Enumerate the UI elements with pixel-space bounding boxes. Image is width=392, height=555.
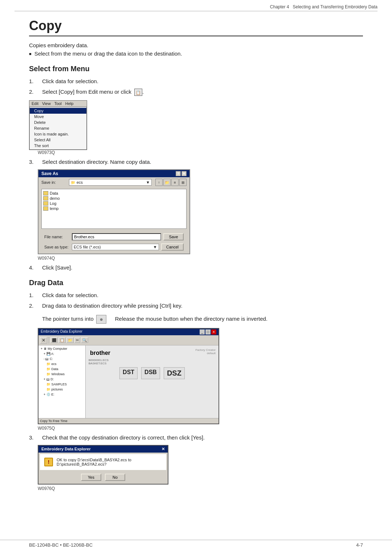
drag-pointer-icon: ⊕ bbox=[96, 315, 106, 324]
save-button[interactable]: Save bbox=[163, 233, 184, 240]
close-btn[interactable]: ✕ bbox=[211, 329, 216, 335]
step-3: 3. Select destination directory. Name co… bbox=[29, 159, 363, 165]
edit-dropdown: Copy Move Delete Rename Icon is made aga… bbox=[29, 107, 87, 150]
menu-help[interactable]: Help bbox=[65, 101, 74, 106]
dsb-icon: DSB bbox=[141, 367, 160, 379]
menu-tool[interactable]: Tool bbox=[54, 101, 62, 106]
app-main: brother B0000001.ECS BASKET.ECS Factory … bbox=[86, 345, 219, 418]
menu-sort[interactable]: The sort bbox=[30, 143, 86, 149]
intro-text: Copies embroidery data. bbox=[29, 42, 363, 48]
cancel-button[interactable]: Cancel bbox=[161, 243, 184, 251]
toolbar-list-btn[interactable]: ≡ bbox=[171, 179, 179, 186]
page-title: Copy bbox=[29, 18, 363, 36]
filetype-select[interactable]: ECS file (*.ecs) ▼ bbox=[72, 244, 159, 250]
save-in-label: Save in: bbox=[41, 180, 67, 185]
file-item-log: Log bbox=[43, 201, 185, 206]
dst-labels: DST DSB DSZ bbox=[119, 367, 185, 379]
main-content: brother B0000001.ECS BASKET.ECS Factory … bbox=[89, 348, 216, 365]
app-titlebar: Embroidery Data Explorer _ □ ✕ bbox=[38, 329, 219, 335]
tree-item-data: 📁 Data bbox=[39, 366, 85, 372]
tree-item-e: + 💿 E: bbox=[39, 392, 85, 397]
dialog-question-btn[interactable]: ? bbox=[176, 171, 181, 176]
dialog-close-btn[interactable]: ✕ bbox=[181, 171, 187, 176]
tree-item-samples: 📁 SAMPLES bbox=[39, 382, 85, 387]
filename-input[interactable] bbox=[72, 233, 161, 240]
tree-root: + 🖥 My Computer bbox=[39, 346, 85, 351]
confirm-close-btn[interactable]: ✕ bbox=[162, 447, 165, 451]
toolbar-btn1[interactable]: ⬛ bbox=[50, 337, 58, 343]
page-header: Chapter 4 Selecting and Transferring Emb… bbox=[15, 4, 377, 11]
toolbar-detail-btn[interactable]: ⊞ bbox=[179, 179, 187, 186]
factory-label: Factory Creatordefault bbox=[195, 348, 216, 355]
copy-toolbar-icon: 📋 bbox=[134, 89, 142, 96]
drag-step-text-1: Click data for selection. bbox=[42, 292, 363, 298]
step-text-4: Click [Save]. bbox=[42, 264, 363, 271]
toolbar-btn4[interactable]: ✂ bbox=[74, 337, 80, 343]
filetype-label: Save as type: bbox=[44, 245, 70, 249]
yes-button[interactable]: Yes bbox=[81, 474, 101, 481]
filetype-row: Save as type: ECS file (*.ecs) ▼ Cancel bbox=[41, 242, 187, 252]
dst-icon: DST bbox=[119, 367, 138, 379]
app-toolbar: ✕ ⬛ 📋 📁 ✂ 🔍 bbox=[38, 335, 219, 345]
menu-view[interactable]: View bbox=[41, 101, 52, 106]
menu-move[interactable]: Move bbox=[30, 114, 86, 119]
chapter-subtitle: Selecting and Transferring Embroidery Da… bbox=[293, 4, 377, 9]
dsz-icon: DSZ bbox=[164, 367, 185, 379]
no-button[interactable]: No bbox=[105, 474, 125, 481]
tree-item-ecs: 📁 ecs bbox=[39, 361, 85, 366]
tree-item-windows: 📁 Windows bbox=[39, 372, 85, 377]
menu-edit[interactable]: Edit bbox=[31, 101, 39, 106]
folder-icon-log bbox=[43, 201, 48, 206]
section1-title: Select from Menu bbox=[29, 65, 363, 73]
tree-item-a: + 💾 A: bbox=[39, 351, 85, 356]
footer-model: BE-1204B-BC • BE-1206B-BC bbox=[29, 542, 93, 548]
step-num-3: 3. bbox=[29, 159, 36, 165]
toolbar-back[interactable]: ✕ bbox=[40, 337, 47, 344]
footer-page: 4-7 bbox=[356, 542, 363, 548]
screenshot2-label: W0974Q bbox=[38, 256, 363, 261]
toolbar-btn3[interactable]: 📁 bbox=[66, 337, 74, 343]
confirm-dialog: Embroidery Data Explorer ✕ ! OK to copy … bbox=[38, 445, 168, 485]
app-body: + 🖥 My Computer + 💾 A: - 🖴 C: 📁 ecs 📁 Da… bbox=[38, 345, 219, 418]
filename-row: File name: Save bbox=[41, 232, 187, 242]
minimize-btn[interactable]: _ bbox=[200, 329, 205, 335]
step-2: 2. Select [Copy] from Edit menu or click… bbox=[29, 89, 363, 96]
menu-icon-again[interactable]: Icon is made again. bbox=[30, 131, 86, 137]
confirm-buttons: Yes No bbox=[38, 471, 168, 484]
drag-step-1: 1. Click data for selection. bbox=[29, 292, 363, 298]
file-item-temp: temp bbox=[43, 206, 185, 211]
save-as-dialog: Save As ? ✕ Save in: 📁 ecs ▼ ↑ 📁 ≡ ⊞ bbox=[38, 169, 190, 254]
toolbar-up-btn[interactable]: ↑ bbox=[155, 179, 163, 186]
dialog-title: Save As bbox=[41, 171, 58, 176]
filename-label: File name: bbox=[44, 235, 70, 239]
step-1: 1. Click data for selection. bbox=[29, 78, 363, 84]
toolbar-new-btn[interactable]: 📁 bbox=[163, 179, 171, 186]
tree-item-pictures: 📁 pictures bbox=[39, 387, 85, 392]
step-num-1: 1. bbox=[29, 78, 36, 84]
menu-delete[interactable]: Delete bbox=[30, 119, 86, 125]
app-statusbar: Copy To Free Time bbox=[38, 418, 219, 424]
maximize-btn[interactable]: □ bbox=[205, 329, 211, 335]
edit-menu-screenshot: Edit View Tool Help Copy Move Delete Ren… bbox=[29, 100, 87, 150]
app-title-text: Embroidery Data Explorer bbox=[41, 329, 82, 335]
menu-bar: Edit View Tool Help bbox=[29, 101, 87, 107]
tree-item-c: - 🖴 C: bbox=[39, 356, 85, 361]
status-text: Copy To Free Time bbox=[40, 419, 68, 423]
toolbar-btn2[interactable]: 📋 bbox=[58, 337, 66, 343]
app-screenshot: Embroidery Data Explorer _ □ ✕ ✕ ⬛ 📋 📁 ✂… bbox=[38, 328, 219, 424]
page-footer: BE-1204B-BC • BE-1206B-BC 4-7 bbox=[0, 540, 392, 548]
brother-logo-area: brother B0000001.ECS BASKET.ECS bbox=[89, 348, 112, 365]
menu-select-all[interactable]: Select All bbox=[30, 137, 86, 143]
drag-step-num-3: 3. bbox=[29, 434, 36, 441]
drag-step-text-2: Drag data to destination directory while… bbox=[42, 303, 363, 324]
confirm-body: ! OK to copy D:\ecs\Data\B_BASYA2.ecs to… bbox=[40, 454, 166, 470]
file-area: Data demo Log temp bbox=[41, 189, 187, 229]
menu-copy[interactable]: Copy bbox=[30, 108, 86, 114]
toolbar-separator bbox=[49, 337, 49, 344]
drag-step-3: 3. Check that the copy destination direc… bbox=[29, 434, 363, 441]
drag-step-num-2: 2. bbox=[29, 303, 36, 309]
menu-rename[interactable]: Rename bbox=[30, 125, 86, 131]
save-in-input[interactable]: 📁 ecs ▼ bbox=[69, 179, 152, 186]
toolbar-btn5[interactable]: 🔍 bbox=[81, 337, 88, 343]
step-text-2: Select [Copy] from Edit menu or click 📋. bbox=[42, 89, 363, 96]
